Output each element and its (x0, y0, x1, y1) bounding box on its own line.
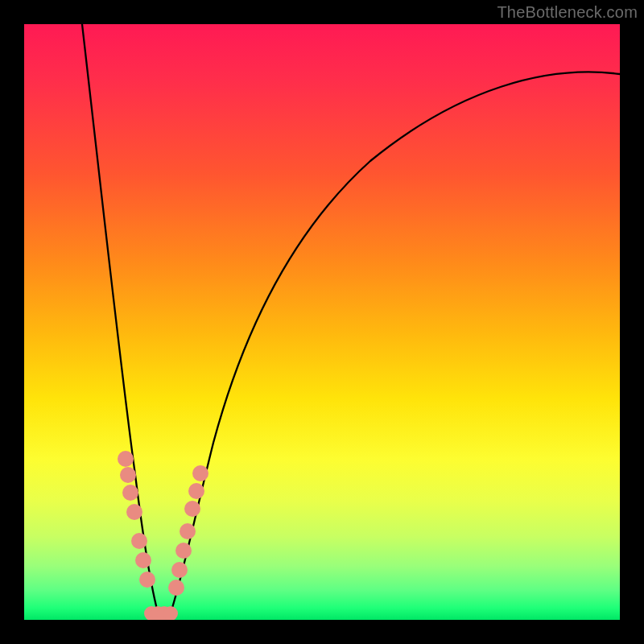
marker-dot (139, 572, 155, 588)
marker-dot (171, 562, 188, 578)
marker-dot (120, 467, 136, 483)
plot-area (24, 24, 620, 620)
marker-dot (192, 465, 208, 481)
curve-right-branch (169, 72, 620, 618)
marker-dot (168, 580, 184, 596)
marker-dot (184, 501, 200, 517)
marker-dot (188, 483, 204, 499)
marker-dot (180, 523, 196, 539)
curve-left-branch (82, 24, 159, 618)
marker-dot (122, 485, 138, 501)
watermark-text: TheBottleneck.com (497, 3, 638, 22)
marker-dot (175, 543, 192, 559)
marker-dot (131, 533, 147, 549)
marker-dot (126, 504, 142, 520)
marker-dot (118, 451, 134, 467)
marker-dot (135, 552, 151, 568)
bottleneck-curve (24, 24, 620, 620)
chart-frame: TheBottleneck.com (0, 0, 644, 644)
